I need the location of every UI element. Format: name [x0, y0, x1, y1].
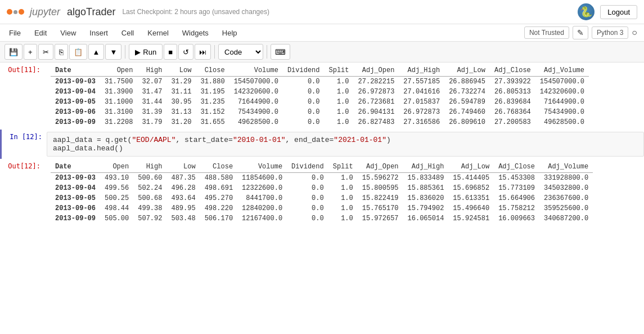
volume-cell-2: 12167400.0	[237, 213, 287, 224]
adj-low-header: Adj_Low	[444, 65, 490, 77]
adj-high-cell-2: 15.794902	[403, 203, 449, 213]
restart-button[interactable]: ↺	[178, 44, 193, 60]
close-header-2: Close	[200, 161, 237, 173]
date-cell: 2013-09-05	[51, 97, 100, 107]
date-cell: 2013-09-04	[51, 87, 100, 97]
date-cell-2: 2013-09-05	[51, 193, 100, 203]
date-cell-2: 2013-09-04	[51, 183, 100, 193]
adj-close-cell-2: 15.758212	[494, 203, 539, 213]
adj-high-cell-2: 16.065014	[403, 213, 449, 224]
save-button[interactable]: 💾	[4, 44, 22, 60]
volume-cell-2: 12840200.0	[237, 203, 287, 213]
adj-low-cell-2: 15.496640	[448, 203, 494, 213]
logo-circle-3	[19, 9, 24, 15]
adj-open-cell-2: 15.822419	[358, 193, 403, 203]
adj-low-cell-2: 15.414405	[448, 173, 494, 184]
open-cell: 31.3100	[100, 107, 137, 117]
volume-cell: 75434900.0	[229, 107, 283, 117]
table-row: 2013-09-09 505.00 507.92 503.48 506.170 …	[51, 213, 593, 224]
date-cell-2: 2013-09-06	[51, 203, 100, 213]
output-cell-11: Out[11]: Date Open High Low Close Volume	[0, 63, 644, 130]
add-cell-button[interactable]: +	[24, 44, 37, 60]
adj-close-cell: 27.393922	[490, 77, 535, 87]
menu-help[interactable]: Help	[220, 28, 240, 38]
code-cell-12: In [12]: aapl_data = q.get("EOD/AAPL", s…	[0, 130, 644, 159]
low-cell: 31.20	[166, 117, 196, 127]
open-cell: 31.7500	[100, 77, 137, 87]
output-cell-12: Out[12]: Date Open High Low Close Volume	[0, 159, 644, 226]
notebook-title[interactable]: algoTrader	[67, 6, 115, 18]
split-cell-2: 1.0	[328, 173, 358, 184]
move-down-button[interactable]: ▼	[105, 44, 121, 60]
low-cell-2: 487.35	[166, 173, 200, 184]
open-cell-2: 505.00	[100, 213, 133, 224]
close-header: Close	[196, 65, 229, 77]
adj-high-cell: 27.316586	[399, 117, 444, 127]
adj-low-cell-2: 15.613351	[448, 193, 494, 203]
adj-low-cell: 26.732274	[444, 87, 490, 97]
split-cell: 1.0	[325, 87, 354, 97]
high-header-2: High	[133, 161, 166, 173]
high-cell-2: 500.68	[133, 193, 166, 203]
adj-close-cell-2: 16.009663	[494, 213, 539, 224]
code-editor-12[interactable]: aapl_data = q.get("EOD/AAPL", start_date…	[47, 132, 644, 157]
cut-cell-button[interactable]: ✂	[38, 44, 53, 60]
split-cell-2: 1.0	[328, 203, 358, 213]
input-prompt-12: In [12]:	[2, 130, 47, 144]
split-header-2: Split	[328, 161, 358, 173]
menu-insert[interactable]: Insert	[87, 28, 110, 38]
copy-cell-button[interactable]: ⎘	[55, 44, 68, 60]
adj-low-cell: 26.886945	[444, 77, 490, 87]
date-cell: 2013-09-06	[51, 107, 100, 117]
not-trusted-button[interactable]: Not Trusted	[524, 26, 569, 39]
move-up-button[interactable]: ▲	[88, 44, 105, 60]
adj-high-cell-2: 15.836020	[403, 193, 449, 203]
checkpoint-text: Last Checkpoint: 2 hours ago (unsaved ch…	[122, 8, 269, 16]
interrupt-button[interactable]: ■	[164, 44, 177, 60]
adj-volume-header-2: Adj_Volume	[539, 161, 593, 173]
dividend-header-2: Dividend	[287, 161, 328, 173]
menu-kernel[interactable]: Kernel	[145, 28, 171, 38]
edit-metadata-button[interactable]: ✎	[573, 26, 588, 39]
code-sep-1: , start_date=	[175, 136, 232, 144]
output-prompt-11: Out[11]:	[0, 63, 45, 77]
adj-volume-cell-2: 331928800.0	[539, 173, 593, 184]
menu-file[interactable]: File	[7, 28, 23, 38]
paste-cell-button[interactable]: 📋	[69, 44, 87, 60]
adj-open-cell-2: 15.800595	[358, 183, 403, 193]
adj-open-header: Adj_Open	[354, 65, 399, 77]
python3-indicator[interactable]: Python 3	[592, 26, 628, 39]
code-body-12[interactable]: aapl_data = q.get("EOD/AAPL", start_date…	[47, 130, 644, 159]
date-header: Date	[51, 65, 100, 77]
table-row: 2013-09-05 500.25 500.68 493.64 495.270 …	[51, 193, 593, 203]
adj-volume-cell: 75434900.0	[535, 107, 589, 117]
volume-cell: 49628500.0	[229, 117, 283, 127]
adj-close-cell-2: 15.664906	[494, 193, 539, 203]
volume-cell-2: 12322600.0	[237, 183, 287, 193]
menu-edit[interactable]: Edit	[32, 28, 49, 38]
keyboard-shortcuts-button[interactable]: ⌨	[271, 44, 290, 60]
cell-type-select[interactable]: Code	[218, 44, 263, 60]
output-12-row: Out[12]: Date Open High Low Close Volume	[0, 159, 644, 226]
run-button[interactable]: ▶ Run	[129, 44, 163, 60]
low-cell: 31.11	[166, 87, 196, 97]
menu-widgets[interactable]: Widgets	[180, 28, 211, 38]
code-string-start: "2010-01-01"	[233, 136, 286, 144]
volume-cell: 71644900.0	[229, 97, 283, 107]
date-cell-2: 2013-09-03	[51, 173, 100, 184]
date-cell: 2013-09-09	[51, 117, 100, 127]
close-cell: 31.152	[196, 107, 229, 117]
menu-cell[interactable]: Cell	[119, 28, 136, 38]
adj-open-cell-2: 15.765170	[358, 203, 403, 213]
adj-volume-cell-2: 345032800.0	[539, 183, 593, 193]
adj-close-cell-2: 15.453308	[494, 173, 539, 184]
logout-button[interactable]: Logout	[600, 5, 637, 19]
low-cell-2: 503.48	[166, 213, 200, 224]
restart-run-button[interactable]: ⏭	[195, 44, 211, 60]
adj-volume-header: Adj_Volume	[535, 65, 589, 77]
split-header: Split	[325, 65, 354, 77]
volume-header: Volume	[229, 65, 283, 77]
low-cell: 31.29	[166, 77, 196, 87]
adj-close-header: Adj_Close	[490, 65, 535, 77]
menu-view[interactable]: View	[58, 28, 78, 38]
